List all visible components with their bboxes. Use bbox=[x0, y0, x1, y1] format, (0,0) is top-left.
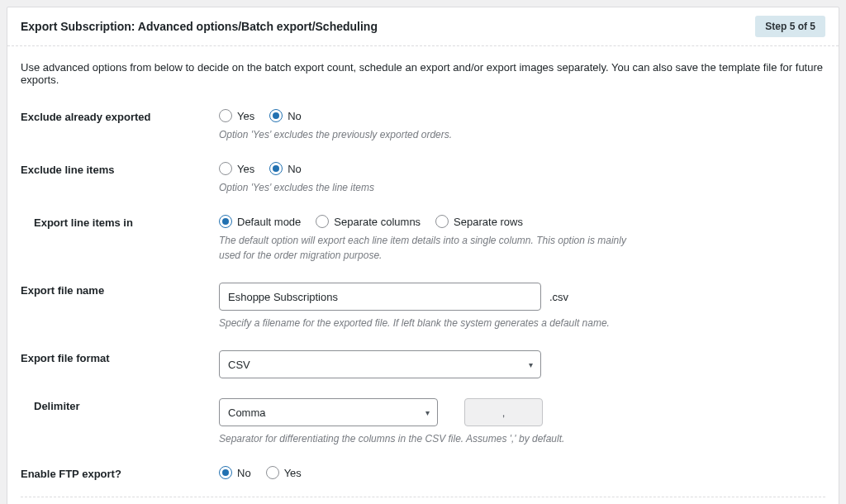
row-exclude-exported: Exclude already exported Yes No Option '… bbox=[21, 99, 825, 152]
step-badge: Step 5 of 5 bbox=[755, 16, 825, 37]
ftp-yes-radio[interactable]: Yes bbox=[266, 466, 302, 479]
radio-label: Yes bbox=[237, 110, 254, 122]
row-export-line-items-in: Export line items in Default mode Separa… bbox=[21, 205, 825, 273]
radio-label: Separate rows bbox=[454, 216, 523, 228]
file-format-label: Export file format bbox=[21, 350, 219, 364]
radio-icon bbox=[435, 215, 449, 228]
delimiter-label: Delimiter bbox=[21, 398, 219, 412]
delimiter-char-display: , bbox=[464, 398, 543, 426]
exclude-line-items-no-radio[interactable]: No bbox=[269, 162, 302, 175]
panel-title: Export Subscription: Advanced options/Ba… bbox=[21, 20, 378, 33]
delimiter-help: Separator for differentiating the column… bbox=[219, 431, 649, 446]
radio-label: No bbox=[288, 110, 302, 122]
row-exclude-line-items: Exclude line items Yes No Option 'Yes' e… bbox=[21, 152, 825, 205]
line-items-separate-rows-radio[interactable]: Separate rows bbox=[435, 215, 523, 228]
line-items-separate-columns-radio[interactable]: Separate columns bbox=[316, 215, 421, 228]
line-items-default-radio[interactable]: Default mode bbox=[219, 215, 301, 228]
file-format-value: CSV bbox=[228, 359, 250, 371]
export-line-items-in-label: Export line items in bbox=[21, 215, 219, 229]
radio-label: Separate columns bbox=[334, 216, 421, 228]
radio-label: No bbox=[237, 467, 251, 479]
export-line-items-in-help: The default option will export each line… bbox=[219, 233, 649, 263]
file-format-select[interactable]: CSV bbox=[219, 350, 541, 378]
ftp-label: Enable FTP export? bbox=[21, 466, 219, 480]
exclude-exported-label: Exclude already exported bbox=[21, 109, 219, 123]
delimiter-value: Comma bbox=[228, 407, 266, 419]
advanced-options-accordion[interactable]: ▸ Advanced options bbox=[7, 497, 839, 504]
radio-icon bbox=[219, 466, 232, 479]
exclude-exported-no-radio[interactable]: No bbox=[269, 109, 302, 122]
panel-header: Export Subscription: Advanced options/Ba… bbox=[7, 7, 839, 46]
radio-icon bbox=[269, 109, 283, 122]
file-ext-label: .csv bbox=[549, 291, 568, 303]
exclude-exported-yes-radio[interactable]: Yes bbox=[219, 109, 254, 122]
row-file-format: Export file format CSV ▾ bbox=[21, 340, 825, 388]
radio-label: Yes bbox=[284, 467, 302, 479]
file-name-label: Export file name bbox=[21, 283, 219, 297]
exclude-line-items-yes-radio[interactable]: Yes bbox=[219, 162, 254, 175]
radio-icon bbox=[316, 215, 329, 228]
radio-icon bbox=[266, 466, 279, 479]
file-name-help: Specify a filename for the exported file… bbox=[219, 316, 649, 330]
exclude-line-items-help: Option 'Yes' excludes the line items bbox=[219, 180, 649, 195]
file-name-input[interactable] bbox=[219, 283, 541, 311]
form-section: Exclude already exported Yes No Option '… bbox=[7, 93, 839, 490]
ftp-no-radio[interactable]: No bbox=[219, 466, 251, 479]
radio-label: Yes bbox=[237, 163, 254, 175]
intro-text: Use advanced options from below to decid… bbox=[7, 46, 839, 93]
radio-icon bbox=[219, 109, 232, 122]
row-delimiter: Delimiter Comma ▾ , Separator for differ… bbox=[21, 388, 825, 456]
radio-label: No bbox=[288, 163, 302, 175]
exclude-exported-help: Option 'Yes' excludes the previously exp… bbox=[219, 127, 649, 142]
exclude-line-items-label: Exclude line items bbox=[21, 162, 219, 176]
delimiter-select[interactable]: Comma bbox=[219, 398, 438, 426]
radio-icon bbox=[219, 215, 232, 228]
radio-icon bbox=[219, 162, 232, 175]
row-file-name: Export file name .csv Specify a filename… bbox=[21, 273, 825, 340]
export-panel: Export Subscription: Advanced options/Ba… bbox=[7, 7, 839, 504]
radio-label: Default mode bbox=[237, 216, 301, 228]
radio-icon bbox=[269, 162, 283, 175]
row-ftp-export: Enable FTP export? No Yes bbox=[21, 456, 825, 490]
